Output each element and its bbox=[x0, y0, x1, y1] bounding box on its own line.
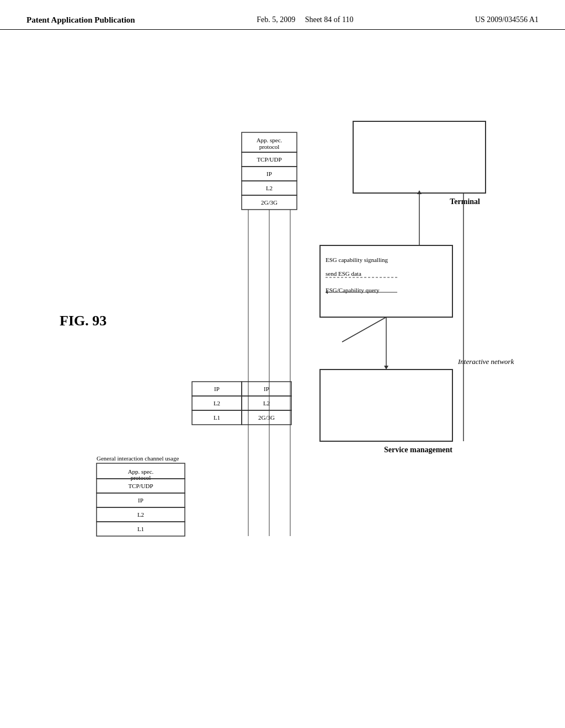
svg-rect-26 bbox=[242, 152, 297, 167]
svg-rect-11 bbox=[192, 382, 242, 396]
svg-rect-37 bbox=[353, 121, 486, 193]
svg-text:App. spec.: App. spec. bbox=[128, 468, 154, 475]
sheet-info: Sheet 84 of 110 bbox=[305, 15, 354, 24]
svg-rect-30 bbox=[242, 181, 297, 195]
svg-rect-5 bbox=[97, 493, 185, 507]
svg-text:App. spec.: App. spec. bbox=[257, 137, 282, 143]
svg-text:IP: IP bbox=[214, 386, 220, 392]
svg-marker-50 bbox=[384, 366, 388, 370]
svg-text:L2: L2 bbox=[137, 511, 144, 518]
svg-rect-19 bbox=[242, 396, 291, 410]
svg-text:2G/3G: 2G/3G bbox=[258, 414, 275, 421]
svg-text:IP: IP bbox=[138, 497, 143, 504]
svg-text:ESG/Capability query: ESG/Capability query bbox=[326, 287, 380, 293]
svg-marker-47 bbox=[326, 291, 328, 294]
general-channel-label: General interaction channel usage bbox=[97, 455, 179, 462]
svg-rect-28 bbox=[242, 167, 297, 181]
svg-text:protocol: protocol bbox=[131, 474, 151, 481]
svg-text:Terminal: Terminal bbox=[450, 197, 480, 206]
svg-text:TCP/UDP: TCP/UDP bbox=[128, 483, 153, 489]
fig-label: FIG. 93 bbox=[60, 313, 106, 329]
svg-text:2G/3G: 2G/3G bbox=[261, 199, 278, 206]
svg-text:L2: L2 bbox=[266, 185, 273, 191]
svg-rect-15 bbox=[192, 410, 242, 425]
svg-text:ESG capability signalling: ESG capability signalling bbox=[326, 256, 388, 263]
diagram-svg: FIG. 93 General interaction channel usag… bbox=[0, 44, 565, 728]
svg-rect-51 bbox=[320, 370, 452, 441]
svg-text:L1: L1 bbox=[137, 526, 144, 532]
patent-number: US 2009/034556 A1 bbox=[475, 15, 539, 24]
svg-text:protocol: protocol bbox=[259, 143, 280, 150]
publication-date: Feb. 5, 2009 bbox=[257, 15, 295, 24]
svg-rect-21 bbox=[242, 410, 291, 425]
svg-text:Interactive network: Interactive network bbox=[457, 357, 514, 366]
svg-rect-23 bbox=[242, 132, 297, 152]
svg-text:TCP/UDP: TCP/UDP bbox=[257, 156, 281, 163]
svg-rect-0 bbox=[97, 463, 185, 479]
svg-text:IP: IP bbox=[264, 386, 269, 392]
page-header: Patent Application Publication Feb. 5, 2… bbox=[0, 0, 565, 30]
svg-text:L2: L2 bbox=[214, 400, 220, 406]
svg-text:IP: IP bbox=[266, 170, 272, 177]
svg-text:L1: L1 bbox=[214, 414, 220, 421]
svg-text:send ESG data: send ESG data bbox=[326, 270, 361, 277]
publication-title: Patent Application Publication bbox=[26, 15, 135, 25]
svg-marker-40 bbox=[417, 190, 422, 194]
svg-text:L2: L2 bbox=[263, 400, 270, 406]
svg-rect-9 bbox=[97, 522, 185, 536]
svg-rect-17 bbox=[242, 382, 291, 396]
svg-rect-32 bbox=[242, 195, 297, 210]
svg-rect-3 bbox=[97, 479, 185, 493]
svg-rect-13 bbox=[192, 396, 242, 410]
svg-rect-7 bbox=[97, 507, 185, 522]
svg-rect-41 bbox=[320, 245, 452, 317]
svg-text:Service management: Service management bbox=[384, 446, 452, 454]
header-center: Feb. 5, 2009 Sheet 84 of 110 bbox=[257, 15, 353, 24]
svg-line-49 bbox=[342, 317, 386, 342]
